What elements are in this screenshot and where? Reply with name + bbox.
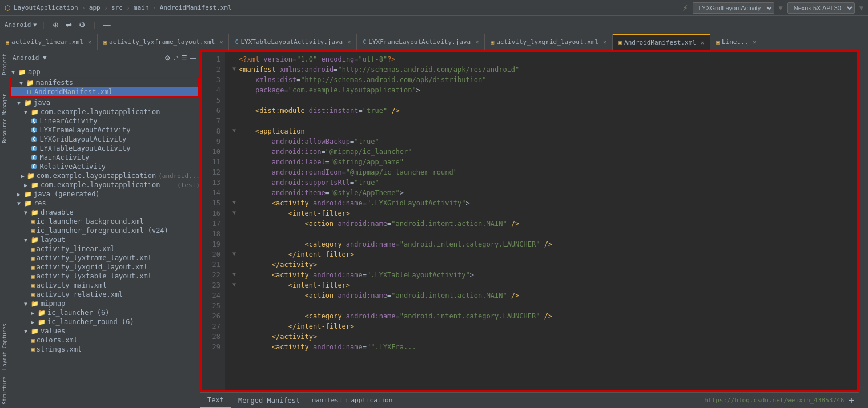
fold-26 [230, 311, 239, 321]
fold-8[interactable]: ▼ [230, 126, 239, 136]
ln-25: 25 [207, 301, 220, 311]
code-line-15: <activity android:name=".LYXGridLayoutAc… [239, 198, 853, 208]
panel-gear-btn[interactable]: ⚙ [164, 54, 171, 62]
code-line-25 [239, 301, 853, 311]
fold-22[interactable]: ▼ [230, 270, 239, 280]
fold-16[interactable]: ▼ [230, 208, 239, 219]
structure-panel-label[interactable]: Structure [1, 373, 8, 408]
tree-arrow-res: ▼ [17, 200, 23, 207]
panel-collapse-btn[interactable]: ⇌ [173, 54, 179, 62]
resource-manager-panel-label[interactable]: Resource Manager [1, 90, 8, 147]
tab-androidmanifest[interactable]: ▣ AndroidManifest.xml ✕ [613, 34, 710, 50]
tab-lyxgrid-layout[interactable]: ▣ activity_lyxgrid_layout.xml ✕ [485, 34, 613, 50]
tree-androidmanifest[interactable]: 🗋 AndroidManifest.xml [11, 87, 198, 96]
tree-java-generated[interactable]: ▶ 📁 java (generated) [9, 189, 200, 199]
xml-icon-colors: ▣ [31, 337, 35, 344]
code-content[interactable]: ▼ ▼ ▼ ▼ [225, 52, 857, 390]
folder-icon-layout: 📁 [31, 236, 39, 244]
tree-lyxgrid-activity[interactable]: C LYXGridLayoutActivity [9, 135, 200, 144]
tree-act-lyxgrid[interactable]: ▣ activity_lyxgrid_layout.xml [9, 262, 200, 272]
bottom-tab-merged[interactable]: Merged Manifest [231, 393, 307, 408]
add-btn[interactable]: + [849, 395, 854, 406]
tab-close-6[interactable]: ✕ [701, 39, 704, 46]
project-panel-label[interactable]: Project [1, 50, 8, 79]
tree-act-lyxtable[interactable]: ▣ activity_lyxtable_layout.xml [9, 272, 200, 281]
tab-label-7: Line... [722, 38, 748, 46]
fold-15[interactable]: ▼ [230, 198, 239, 208]
run-config-selector[interactable]: LYXGridLayoutActivity [693, 2, 774, 14]
tab-lyxframe-layout[interactable]: ▣ activity_lyxframe_layout.xml ✕ [98, 34, 230, 50]
code-line-13: android:supportsRtl="true" [239, 177, 853, 188]
tree-values[interactable]: ▼ 📁 values [9, 326, 200, 336]
device-selector[interactable]: Nexus 5X API 30 [787, 2, 855, 14]
tab-close-3[interactable]: ✕ [347, 39, 351, 45]
tree-relative-activity[interactable]: C RelativeActivity [9, 162, 200, 171]
tree-ic-bg[interactable]: ▣ ic_launcher_background.xml [9, 217, 200, 226]
status-url: https://blog.csdn.net/weixin_43853746 [704, 397, 844, 404]
tab-close-1[interactable]: ✕ [88, 39, 91, 45]
tree-ic-launcher[interactable]: ▶ 📁 ic_launcher (6) [9, 308, 200, 317]
folder-icon-values: 📁 [31, 328, 39, 335]
layout-captures-panel-label[interactable]: Layout Captures [1, 320, 8, 373]
tree-app[interactable]: ▼ 📁 app [9, 67, 200, 76]
tree-main-activity[interactable]: C MainActivity [9, 153, 200, 162]
ln-2: 2 [207, 64, 220, 75]
tab-activity-linear[interactable]: ▣ activity_linear.xml ✕ [0, 34, 98, 50]
tree-drawable[interactable]: ▼ 📁 drawable [9, 208, 200, 217]
tree-label-act-linear: activity_linear.xml [37, 245, 200, 253]
tab-label-3: LYXTableLayoutActivity.java [240, 38, 343, 46]
settings-toolbar-btn[interactable]: ⚙ [77, 19, 88, 30]
add-toolbar-btn[interactable]: ⊕ [50, 19, 61, 30]
bottom-tab-text[interactable]: Text [200, 393, 231, 408]
tree-act-main[interactable]: ▣ activity_main.xml [9, 281, 200, 290]
fold-4 [230, 85, 239, 95]
fold-29 [230, 342, 239, 352]
tree-arrow-values: ▼ [24, 328, 30, 334]
tab-close-2[interactable]: ✕ [219, 39, 223, 45]
code-line-3: xmlns:dist="http://schemas.android.com/a… [239, 75, 853, 85]
tree-colors[interactable]: ▣ colors.xml [9, 336, 200, 345]
breadcrumb-src: src [111, 4, 123, 11]
code-editor: 1 2 3 4 5 6 7 8 9 10 11 12 13 14 15 16 1… [200, 50, 859, 408]
tree-res[interactable]: ▼ 📁 res [9, 199, 200, 208]
android-dropdown-arrow[interactable]: ▼ [33, 22, 37, 28]
tree-com-main[interactable]: ▼ 📁 com.example.layoutapplication [9, 107, 200, 116]
tab-close-5[interactable]: ✕ [603, 39, 606, 45]
tree-layout[interactable]: ▼ 📁 layout [9, 235, 200, 244]
tree-ic-launcher-round[interactable]: ▶ 📁 ic_launcher_round (6) [9, 317, 200, 326]
panel-close-btn[interactable]: — [190, 54, 196, 62]
sync-toolbar-btn[interactable]: ⇌ [63, 19, 74, 30]
tree-java[interactable]: ▼ 📁 java [9, 98, 200, 107]
tree-arrow-layout: ▼ [24, 237, 30, 243]
tree-label-main: MainActivity [39, 153, 200, 161]
tree-strings[interactable]: ▣ strings.xml [9, 345, 200, 354]
tab-lyxframe-activity[interactable]: C LYXFrameLayoutActivity.java ✕ [357, 34, 485, 50]
tree-ic-fg[interactable]: ▣ ic_launcher_foreground.xml (v24) [9, 226, 200, 235]
tree-lyxtable-activity[interactable]: C LYXTableLayoutActivity [9, 144, 200, 153]
tree-label-manifests: manifests [36, 79, 198, 87]
tab-line[interactable]: ▣ Line... ✕ [710, 34, 762, 50]
fold-23[interactable]: ▼ [230, 280, 239, 290]
tree-label-com-test: com.example.layoutapplication [41, 181, 175, 189]
code-line-20: </intent-filter> [239, 249, 853, 260]
tree-manifests[interactable]: ▼ 📁 manifests [11, 78, 198, 87]
tree-mipmap[interactable]: ▼ 📁 mipmap [9, 299, 200, 308]
tab-close-4[interactable]: ✕ [475, 39, 479, 45]
folder-icon-ic-launcher: 📁 [38, 309, 46, 317]
tree-linear-activity[interactable]: C LinearActivity [9, 116, 200, 126]
tree-act-linear[interactable]: ▣ activity_linear.xml [9, 244, 200, 253]
tree-lyxframe-activity[interactable]: C LYXFrameLayoutActivity [9, 126, 200, 135]
fold-20[interactable]: ▼ [230, 249, 239, 260]
folder-icon-java: 📁 [24, 99, 32, 107]
code-area[interactable]: 1 2 3 4 5 6 7 8 9 10 11 12 13 14 15 16 1… [200, 50, 859, 392]
panel-menu-btn[interactable]: ☰ [181, 54, 187, 62]
tree-com-test[interactable]: ▶ 📁 com.example.layoutapplication (test) [9, 180, 200, 189]
ln-28: 28 [207, 332, 220, 342]
tab-lyxtable-activity[interactable]: C LYXTableLayoutActivity.java ✕ [229, 34, 357, 50]
tree-act-relative[interactable]: ▣ activity_relative.xml [9, 290, 200, 299]
fold-2[interactable]: ▼ [230, 64, 239, 75]
tree-com-android[interactable]: ▶ 📁 com.example.layoutapplication (andro… [9, 171, 200, 180]
tree-act-lyxframe[interactable]: ▣ activity_lyxframe_layout.xml [9, 253, 200, 262]
tab-close-7[interactable]: ✕ [753, 39, 756, 45]
minimize-toolbar-btn[interactable]: — [101, 19, 113, 30]
